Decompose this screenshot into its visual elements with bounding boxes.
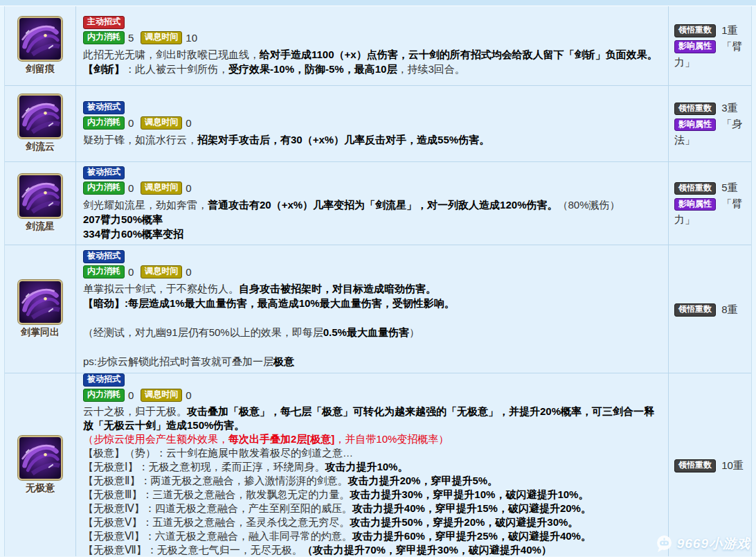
description-segment: 云十之极，归于无极。	[83, 405, 187, 417]
description-line: 【无极意Ⅱ】：两道无极之意融合，掺入激情澎湃的剑意。攻击力提升20%，穿甲提升5…	[83, 474, 663, 488]
cost-value: 5	[128, 32, 134, 44]
skill-type-badge: 主动招式	[83, 16, 125, 29]
description-line: 【无极意Ⅲ】：三道无极之意融合，散发飘忽无定的力量。攻击力提升30%，穿甲提升1…	[83, 488, 663, 502]
top-strip	[0, 0, 756, 6]
skill-icon-cell: 剑流星	[5, 162, 76, 245]
skill-mastery-cell: 领悟重数 8重	[669, 245, 751, 373]
cooldown-badge: 调息时间	[141, 182, 182, 195]
description-line: 【剑斩】：此人被云十剑所伤，受疗效果-10%，防御-5%，最高10层，持续3回合…	[83, 62, 663, 76]
cooldown-value: 0	[186, 389, 191, 401]
skill-mastery-cell: 领悟重数 1重 影响属性 「臂力」	[669, 6, 751, 85]
description-segment: （攻击力提升70%，穿甲提升30%，破闪避提升40%）	[303, 544, 552, 556]
skill-description: 云十之极，归于无极。攻击叠加「极意」，每七层「极意」可转化为越来越强的「无极意」…	[83, 405, 663, 556]
skill-icon-cell: 剑留痕	[5, 6, 76, 85]
cost-badge: 内力消耗	[83, 389, 125, 402]
skill-icon	[18, 436, 62, 480]
skill-icon-cell: 剑掌同出	[5, 245, 76, 373]
description-segment: 招架对手攻击后，有30（+x%）几率反击对手，造成55%伤害。	[197, 134, 489, 145]
attribute-badge: 影响属性	[674, 40, 716, 53]
cooldown-value: 10	[186, 32, 197, 44]
watermark-text: 9669小游戏	[677, 535, 750, 553]
description-line: （步惊云使用会产生额外效果，每次出手叠加2层[极意]，并自带10%变招概率）	[83, 432, 663, 446]
mastery-badge: 领悟重数	[674, 459, 716, 472]
description-segment: 剑光耀如流星，劲如奔雷，	[83, 199, 208, 211]
cooldown-value: 0	[186, 266, 191, 278]
skill-type-badge: 被动招式	[83, 101, 125, 114]
cooldown-badge: 调息时间	[141, 31, 182, 44]
skill-type-line: 被动招式	[83, 100, 663, 114]
robot-chat-bubble-icon	[655, 534, 674, 553]
description-line: 【无极意Ⅳ】：四道无极之意融合，产生至刚至阳的威压。攻击力提升40%，穿甲提升1…	[83, 502, 663, 515]
description-line: 云十之极，归于无极。攻击叠加「极意」，每七层「极意」可转化为越来越强的「无极意」…	[83, 405, 663, 432]
attribute-line: 影响属性 「臂力」	[674, 195, 747, 227]
watermark: 9669小游戏	[655, 534, 750, 553]
skill-mastery-cell: 领悟重数 3重 影响属性 「身法」	[669, 86, 751, 161]
description-segment: ，并自带10%变招概率）	[334, 433, 449, 445]
description-segment: 攻击力提升60%，穿甲提升25%，破闪避提升40%。	[352, 530, 591, 542]
mastery-value: 3重	[719, 102, 738, 114]
description-segment: 疑劲于锋，如流水行云，	[83, 134, 197, 145]
cooldown-badge: 调息时间	[141, 116, 182, 130]
description-line: （经测试，对九幽91层仍有50%以上的效果，即每层0.5%最大血量伤害）	[83, 325, 663, 339]
attribute-badge: 影响属性	[674, 198, 716, 211]
skill-row: 无极意 被动招式 内力消耗0调息时间0 云十之极，归于无极。攻击叠加「极意」，每…	[5, 373, 751, 556]
skill-name: 无极意	[26, 482, 55, 495]
skill-type-badge: 被动招式	[83, 166, 125, 179]
description-line: 疑劲于锋，如流水行云，招架对手攻击后，有30（+x%）几率反击对手，造成55%伤…	[83, 132, 663, 147]
skill-icon-cell: 无极意	[5, 373, 76, 556]
description-line: 【极意】（势）：云十剑在施展中散发着极尽的剑道之意…	[83, 446, 663, 460]
description-segment: 【暗劲】:每层造成1%最大血量伤害，最高造成10%最大血量伤害，受韧性影响。	[83, 297, 455, 309]
description-segment: 【无极意Ⅴ】：五道无极之意融合，圣灵杀伐之意无穷尽。	[83, 516, 350, 528]
description-segment: 攻击力提升40%，穿甲提升15%，破闪避提升20%。	[352, 502, 591, 514]
skill-cost-line: 内力消耗0调息时间0	[83, 116, 663, 130]
description-line: 207臂力50%概率	[83, 212, 663, 227]
skill-name: 剑掌同出	[21, 326, 60, 339]
skill-row: 剑流星 被动招式 内力消耗0调息时间0 剑光耀如流星，劲如奔雷，普通攻击有20（…	[5, 162, 751, 245]
mastery-line: 领悟重数 5重	[674, 179, 747, 195]
description-segment: ，持续3回合。	[397, 63, 465, 75]
description-segment: 【无极意Ⅵ】：六道无极之意融合，融入非同寻常的灼意。	[83, 530, 352, 542]
skill-detail-cell: 被动招式 内力消耗0调息时间0 疑劲于锋，如流水行云，招架对手攻击后，有30（+…	[76, 86, 669, 161]
description-segment: 受疗效果-10%，防御-5%，最高10层	[228, 63, 397, 75]
description-line	[83, 310, 663, 325]
skill-description: 疑劲于锋，如流水行云，招架对手攻击后，有30（+x%）几率反击对手，造成55%伤…	[83, 132, 663, 147]
skill-row: 剑掌同出 被动招式 内力消耗0调息时间0 单掌拟云十剑式，于不察处伤人。自身攻击…	[5, 245, 751, 373]
description-line: 【无极意Ⅴ】：五道无极之意融合，圣灵杀伐之意无穷尽。攻击力提升50%，穿提升20…	[83, 515, 663, 529]
description-segment: ：此人被云十剑所伤，	[125, 63, 228, 75]
description-segment: 普通攻击有20（+x%）几率变招为「剑流星」，对一列敌人造成120%伤害。	[208, 199, 558, 211]
mastery-value: 8重	[719, 303, 738, 315]
description-segment: 攻击力提升10%。	[325, 461, 408, 472]
cooldown-value: 0	[186, 182, 191, 194]
description-line: 单掌拟云十剑式，于不察处伤人。自身攻击被招架时，对目标造成暗劲伤害。	[83, 281, 663, 296]
cost-badge: 内力消耗	[83, 116, 125, 130]
mastery-line: 领悟重数 8重	[674, 301, 747, 317]
description-segment: 【剑斩】	[83, 63, 125, 75]
description-segment: 0.5%最大血量伤害	[323, 326, 409, 338]
skill-type-line: 主动招式	[83, 15, 663, 28]
description-segment: 极意	[273, 355, 294, 367]
description-line: 334臂力60%概率变招	[83, 227, 663, 241]
description-segment: 【无极意Ⅳ】：四道无极之意融合，产生至刚至阳的威压。	[83, 502, 352, 514]
mastery-badge: 领悟重数	[674, 182, 716, 195]
skill-icon	[18, 94, 62, 139]
skill-icon	[18, 17, 62, 61]
description-line	[83, 339, 663, 354]
description-segment: 207臂力50%概率	[83, 213, 163, 225]
attribute-line: 影响属性 「臂力」	[674, 38, 747, 70]
description-line: 剑光耀如流星，劲如奔雷，普通攻击有20（+x%）几率变招为「剑流星」，对一列敌人…	[83, 197, 663, 212]
skill-type-line: 被动招式	[83, 166, 663, 179]
cost-badge: 内力消耗	[83, 265, 125, 278]
cost-badge: 内力消耗	[83, 31, 125, 44]
skill-description: 此招无光无啸，剑出时敌喉已现血线，给对手造成1100（+x）点伤害，云十剑的所有…	[83, 47, 663, 76]
description-segment: 攻击力提升20%，穿甲提升5%。	[348, 475, 498, 486]
skill-detail-cell: 被动招式 内力消耗0调息时间0 云十之极，归于无极。攻击叠加「极意」，每七层「极…	[76, 373, 669, 556]
skill-description: 剑光耀如流星，劲如奔雷，普通攻击有20（+x%）几率变招为「剑流星」，对一列敌人…	[83, 197, 663, 241]
skill-detail-cell: 主动招式 内力消耗5调息时间10 此招无光无啸，剑出时敌喉已现血线，给对手造成1…	[76, 6, 669, 85]
description-segment: 【无极意Ⅰ】：无极之意初现，柔而正淳，环绕周身。	[83, 461, 325, 472]
skill-icon	[18, 280, 62, 324]
cooldown-badge: 调息时间	[141, 389, 182, 402]
skill-name: 剑流云	[26, 141, 55, 153]
skill-name: 剑流星	[26, 220, 55, 233]
description-segment: （80%溅伤）	[558, 199, 620, 211]
skill-row: 剑流云 被动招式 内力消耗0调息时间0 疑劲于锋，如流水行云，招架对手攻击后，有…	[5, 86, 751, 162]
